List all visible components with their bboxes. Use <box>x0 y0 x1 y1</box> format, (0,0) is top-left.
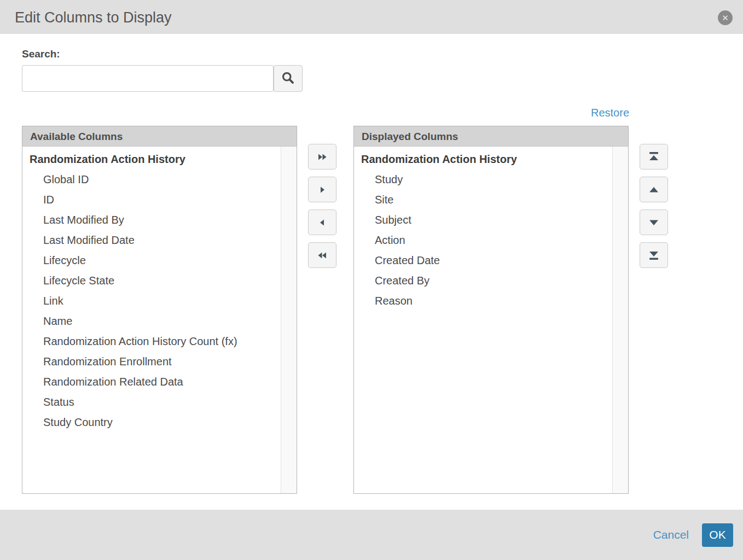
dialog-header: Edit Columns to Display ✕ <box>0 0 743 34</box>
available-columns-panel: Available Columns Randomization Action H… <box>22 126 297 494</box>
list-item[interactable]: Randomization Related Data <box>22 372 297 392</box>
move-left-button[interactable] <box>308 209 336 235</box>
list-item[interactable]: Created Date <box>354 250 628 271</box>
list-item[interactable]: Name <box>22 311 297 331</box>
scrollbar-track[interactable] <box>281 147 297 493</box>
reorder-button-column <box>640 144 668 275</box>
up-arrow-icon <box>648 186 660 194</box>
transfer-button-column <box>308 144 336 275</box>
search-button[interactable] <box>274 65 303 92</box>
cancel-button[interactable]: Cancel <box>653 528 689 541</box>
left-arrow-icon <box>318 218 327 227</box>
move-right-button[interactable] <box>308 177 336 202</box>
list-item[interactable]: Randomization Action History Count (fx) <box>22 331 297 352</box>
list-item[interactable]: Study Country <box>22 412 297 433</box>
list-item[interactable]: Status <box>22 392 297 412</box>
list-item[interactable]: Action <box>354 230 628 250</box>
list-item[interactable]: Link <box>22 291 297 311</box>
list-item[interactable]: Reason <box>354 291 628 311</box>
list-item[interactable]: Created By <box>354 271 628 291</box>
move-all-right-button[interactable] <box>308 144 336 170</box>
search-label: Search: <box>22 48 60 60</box>
list-item[interactable]: Lifecycle <box>22 250 297 271</box>
displayed-group-label[interactable]: Randomization Action History <box>354 149 628 170</box>
list-item[interactable]: Study <box>354 170 628 190</box>
list-item[interactable]: Global ID <box>22 170 297 190</box>
ok-button[interactable]: OK <box>702 523 733 547</box>
dialog-title: Edit Columns to Display <box>15 0 172 34</box>
arrow-to-top-icon <box>648 151 660 162</box>
double-left-arrow-icon <box>317 251 327 260</box>
right-arrow-icon <box>318 185 327 194</box>
double-right-arrow-icon <box>317 153 327 161</box>
restore-link[interactable]: Restore <box>353 107 629 119</box>
list-item[interactable]: Lifecycle State <box>22 271 297 291</box>
dialog-footer: Cancel OK <box>0 510 743 560</box>
available-columns-body: Randomization Action History Global IDID… <box>22 147 297 493</box>
arrow-to-bottom-icon <box>648 250 660 260</box>
move-all-left-button[interactable] <box>308 242 336 268</box>
scrollbar-track[interactable] <box>612 147 628 493</box>
list-item[interactable]: Subject <box>354 210 628 230</box>
search-icon <box>281 71 295 87</box>
close-icon[interactable]: ✕ <box>718 10 733 25</box>
list-item[interactable]: Last Modified Date <box>22 230 297 250</box>
displayed-columns-panel: Displayed Columns Randomization Action H… <box>353 126 629 494</box>
down-arrow-icon <box>648 219 660 226</box>
displayed-columns-body: Randomization Action History StudySiteSu… <box>354 147 628 493</box>
list-item[interactable]: Site <box>354 190 628 210</box>
displayed-columns-list: StudySiteSubjectActionCreated DateCreate… <box>354 170 628 311</box>
displayed-columns-header: Displayed Columns <box>354 126 628 147</box>
list-item[interactable]: Randomization Enrollment <box>22 352 297 372</box>
move-up-button[interactable] <box>640 177 668 202</box>
available-columns-header: Available Columns <box>22 126 297 147</box>
move-to-bottom-button[interactable] <box>640 242 668 268</box>
search-input[interactable] <box>22 65 274 92</box>
available-columns-list: Global IDIDLast Modified ByLast Modified… <box>22 170 297 433</box>
list-item[interactable]: ID <box>22 190 297 210</box>
list-item[interactable]: Last Modified By <box>22 210 297 230</box>
move-down-button[interactable] <box>640 209 668 235</box>
available-group-label[interactable]: Randomization Action History <box>22 149 297 170</box>
move-to-top-button[interactable] <box>640 144 668 170</box>
